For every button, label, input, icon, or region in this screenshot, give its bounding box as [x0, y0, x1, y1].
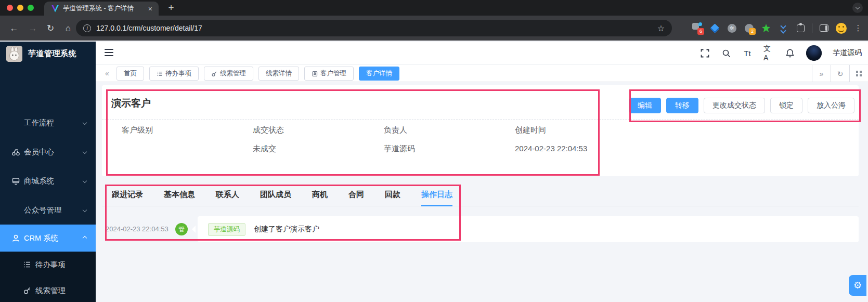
collapse-menu-icon[interactable] [105, 49, 113, 56]
page-tabs-bar: « 首页 待办事项 线索管理 线索详情 客户管理 客户详情 » ↻ [96, 64, 868, 82]
field-customer-level: 客户级别 [122, 125, 253, 154]
tab-receivables[interactable]: 回款 [385, 183, 400, 206]
pinwheel-icon: ✲ [728, 24, 736, 33]
sidebar-subitem-clue[interactable]: 线索管理 [0, 278, 96, 302]
bookmark-star-icon[interactable]: ☆ [657, 23, 665, 33]
tab-contract[interactable]: 合同 [348, 183, 364, 206]
maximize-window-button[interactable] [28, 5, 34, 11]
puzzle-icon [797, 24, 805, 32]
log-user-tag: 芋道源码 [208, 223, 245, 236]
font-size-icon[interactable]: Tt [742, 48, 753, 58]
site-info-icon[interactable]: i [83, 24, 91, 32]
sidebar-item-crm[interactable]: CRM 系统 [0, 225, 96, 252]
log-timestamp: 2024-02-23 22:04:53 [106, 225, 169, 233]
tab-operation-log[interactable]: 操作日志 [421, 183, 452, 206]
sidebar-item-mall[interactable]: 商城系统 [0, 166, 96, 195]
chevron-up-icon [83, 236, 87, 240]
tabs-scroll-left-button[interactable]: « [101, 65, 113, 82]
tabs-right-controls: » ↻ [812, 65, 868, 82]
extension-icon-gem[interactable] [709, 22, 720, 34]
tab-contacts[interactable]: 联系人 [216, 183, 239, 206]
home-button[interactable]: ⌂ [61, 22, 75, 35]
username[interactable]: 芋道源码 [833, 48, 862, 58]
extensions-row: 6 ✲ 2 ⋮ [692, 22, 864, 34]
blocker-drop-icon [698, 22, 702, 26]
fullscreen-icon[interactable] [699, 48, 710, 58]
chevron-icon [780, 28, 786, 33]
customer-header-card: 演示客户 编辑 转移 更改成交状态 锁定 放入公海 客户级别 成交状态 未成交 … [102, 85, 859, 176]
transfer-button[interactable]: 转移 [666, 98, 698, 113]
tab-customer[interactable]: 客户管理 [304, 67, 354, 81]
tab-team-members[interactable]: 团队成员 [260, 183, 291, 206]
notification-bell-icon[interactable] [785, 48, 795, 58]
log-entry: 芋道源码 创建了客户演示客户 [198, 216, 859, 242]
refresh-page-button[interactable]: ↻ [831, 65, 849, 82]
forward-button[interactable]: → [26, 22, 40, 35]
url-text[interactable]: 127.0.0.1/crm/customer/detail/17 [96, 24, 657, 32]
theme-settings-button[interactable]: ⚙ [849, 275, 866, 296]
search-icon[interactable] [721, 48, 731, 58]
tab-close-icon[interactable]: × [147, 5, 153, 12]
locale-switch-icon[interactable]: 文A [763, 48, 774, 58]
tab-business[interactable]: 商机 [312, 183, 328, 206]
sidebar-item-official-account[interactable]: 公众号管理 [0, 195, 96, 225]
tab-clue[interactable]: 线索管理 [204, 67, 253, 81]
extension-icon-star[interactable] [760, 22, 772, 34]
user-avatar[interactable] [806, 45, 822, 61]
extension-icon-counter[interactable]: 2 [743, 22, 755, 34]
tab-todo[interactable]: 待办事项 [149, 67, 199, 81]
browser-toolbar: ← → ↻ ⌂ i 127.0.0.1/crm/customer/detail/… [0, 16, 868, 41]
minimize-window-button[interactable] [17, 5, 23, 11]
chevron-down-icon [83, 121, 87, 125]
extension-icon-layers[interactable] [778, 22, 789, 34]
layout-grid-button[interactable] [849, 65, 868, 82]
field-create-time: 创建时间 2024-02-23 22:04:53 [515, 125, 646, 154]
browser-tabstrip: 芋道管理系统 - 客户详情 × + [0, 0, 868, 16]
browser-menu-button[interactable]: ⋮ [852, 22, 864, 34]
header-right-cluster: Tt 文A 芋道源码 [699, 42, 862, 64]
site-favicon [51, 5, 59, 12]
sidebar-item-member-center[interactable]: 会员中心 [0, 137, 96, 166]
tab-customer-detail[interactable]: 客户详情 [359, 67, 399, 81]
extensions-menu-button[interactable] [795, 22, 806, 34]
address-bar[interactable]: i 127.0.0.1/crm/customer/detail/17 ☆ [76, 20, 672, 36]
log-action-text: 创建了客户演示客户 [254, 225, 319, 234]
move-to-pool-button[interactable]: 放入公海 [808, 98, 854, 113]
todo-list-icon [23, 260, 31, 269]
customer-name: 演示客户 [111, 97, 151, 110]
change-deal-status-button[interactable]: 更改成交状态 [704, 98, 765, 113]
extension-icon-blocker[interactable]: 6 [692, 22, 703, 34]
tab-search-button[interactable] [852, 3, 863, 13]
side-panel-button[interactable] [818, 22, 830, 34]
edit-button[interactable]: 编辑 [629, 98, 661, 113]
lock-button[interactable]: 锁定 [770, 98, 802, 113]
chevron-down-icon [856, 5, 860, 9]
sidebar-item-workflow[interactable]: 工作流程 [0, 108, 96, 137]
extension-icon-pinwheel[interactable]: ✲ [726, 22, 737, 34]
tab-clue-detail[interactable]: 线索详情 [258, 67, 299, 81]
page-tabs: 首页 待办事项 线索管理 线索详情 客户管理 客户详情 [116, 65, 399, 82]
clue-icon [23, 286, 31, 295]
extension-badge: 6 [697, 28, 704, 35]
browser-tab[interactable]: 芋道管理系统 - 客户详情 × [44, 2, 159, 16]
tabs-scroll-right-button[interactable]: » [812, 65, 831, 82]
action-buttons: 编辑 转移 更改成交状态 锁定 放入公海 [629, 98, 854, 113]
detail-tabs: 跟进记录 基本信息 联系人 团队成员 商机 合同 回款 操作日志 [102, 183, 859, 206]
reload-button[interactable]: ↻ [44, 22, 57, 35]
green-star-icon [762, 24, 770, 32]
browser-profile-avatar[interactable] [835, 22, 847, 34]
contact-book-icon [312, 71, 318, 77]
chevron-down-icon [83, 208, 87, 212]
member-center-icon [11, 148, 20, 156]
back-button[interactable]: ← [7, 22, 21, 35]
new-tab-button[interactable]: + [165, 2, 177, 14]
tab-follow-records[interactable]: 跟进记录 [112, 183, 143, 206]
close-window-button[interactable] [7, 5, 13, 11]
side-panel-icon [820, 24, 828, 32]
tab-basic-info[interactable]: 基本信息 [164, 183, 195, 206]
app-logo-row[interactable]: 芋道管理系统 [0, 42, 96, 66]
toolbar-divider [812, 23, 812, 33]
tab-home[interactable]: 首页 [116, 67, 144, 81]
person-icon [11, 234, 20, 243]
sidebar-subitem-todo[interactable]: 待办事项 [0, 252, 96, 278]
